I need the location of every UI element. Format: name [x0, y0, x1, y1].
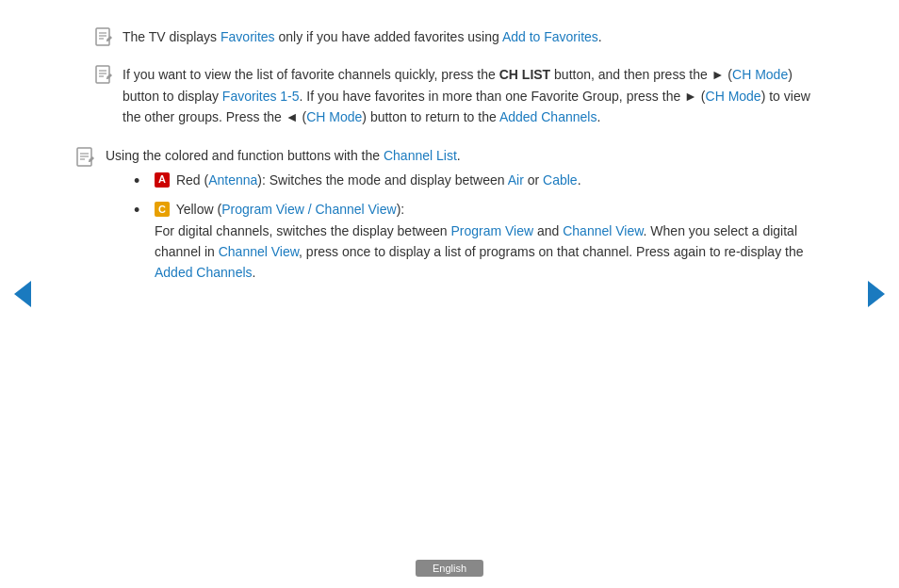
svg-rect-4 [96, 66, 109, 83]
favorites-1-5-link: Favorites 1-5 [222, 89, 300, 104]
bullet-item-red: • A Red (Antenna): Switches the mode and… [134, 170, 824, 193]
program-channel-view-link: Program View / Channel View [221, 202, 396, 217]
main-note: Using the colored and function buttons w… [75, 145, 824, 289]
bullet-content-yellow: C Yellow (Program View / Channel View): … [155, 199, 824, 284]
add-to-favorites-link: Add to Favorites [502, 29, 598, 44]
channel-list-link: Channel List [384, 148, 457, 163]
note-text-1: The TV displays Favorites only if you ha… [123, 26, 824, 47]
note-block-2: If you want to view the list of favorite… [75, 64, 824, 127]
bullet-content-red: A Red (Antenna): Switches the mode and d… [155, 170, 824, 190]
note-block-1: The TV displays Favorites only if you ha… [75, 26, 824, 47]
channel-view-link-1: Channel View [563, 223, 643, 238]
left-arrow-icon [14, 281, 31, 307]
note-icon-1 [94, 27, 113, 46]
ch-mode-link-1: CH Mode [732, 67, 788, 82]
cable-link: Cable [543, 172, 578, 188]
air-link: Air [508, 172, 524, 188]
bullet-item-yellow: • C Yellow (Program View / Channel View)… [134, 199, 824, 284]
nav-arrow-right[interactable] [865, 275, 888, 313]
language-badge: English [416, 560, 483, 577]
antenna-link: Antenna [208, 172, 257, 188]
bullet-dot-2: • [134, 199, 145, 222]
ch-mode-link-3: CH Mode [306, 109, 362, 124]
note-text-2: If you want to view the list of favorite… [123, 64, 824, 127]
bullet-list: • A Red (Antenna): Switches the mode and… [106, 170, 824, 284]
yellow-badge: C [155, 202, 170, 217]
right-arrow-icon [868, 281, 885, 307]
note-icon-2 [94, 65, 113, 84]
ch-mode-link-2: CH Mode [706, 89, 761, 104]
bullet-dot-1: • [134, 170, 145, 193]
ch-list-label: CH LIST [499, 67, 550, 82]
footer: English [416, 560, 483, 575]
favorites-link-1: Favorites [221, 29, 275, 44]
added-channels-link-1: Added Channels [499, 109, 597, 124]
nav-arrow-left[interactable] [11, 275, 34, 313]
svg-rect-0 [96, 28, 109, 45]
red-badge: A [155, 172, 170, 188]
program-view-link: Program View [450, 223, 533, 238]
main-note-icon [75, 147, 96, 168]
channel-view-link-2: Channel View [219, 244, 299, 259]
added-channels-link-2: Added Channels [155, 265, 253, 280]
main-note-text: Using the colored and function buttons w… [106, 145, 824, 289]
page-content: The TV displays Favorites only if you ha… [0, 0, 899, 355]
